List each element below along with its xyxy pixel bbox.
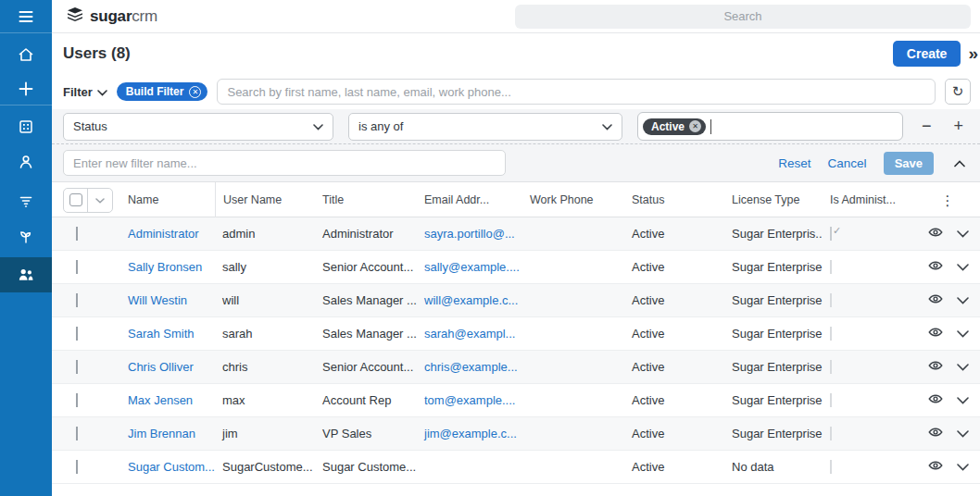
filter-field-select[interactable]: Status — [63, 113, 333, 141]
preview-button[interactable] — [927, 424, 944, 443]
email-link[interactable]: chris@example... — [417, 360, 522, 374]
sidebar-item-contacts[interactable] — [0, 144, 52, 180]
filter-name-input[interactable] — [63, 150, 506, 176]
row-checkbox[interactable] — [76, 460, 78, 474]
row-checkbox[interactable] — [76, 327, 78, 341]
preview-button[interactable] — [927, 357, 944, 377]
cancel-button[interactable]: Cancel — [828, 156, 867, 170]
column-header-license-type[interactable]: License Type — [724, 193, 823, 206]
title-cell: Senior Account... — [315, 260, 417, 274]
title-cell: Administrator — [315, 227, 417, 241]
email-link[interactable]: sarah@exampl... — [417, 327, 522, 341]
preview-button[interactable] — [927, 457, 944, 477]
add-condition-button[interactable]: + — [949, 117, 967, 136]
row-actions-button[interactable] — [957, 227, 969, 241]
eye-icon — [927, 357, 944, 377]
row-actions-button[interactable] — [957, 393, 969, 407]
row-actions-button[interactable] — [957, 360, 969, 374]
filter-value-input[interactable]: Active ✕ — [637, 112, 903, 141]
user-name-link[interactable]: Administrator — [120, 227, 215, 241]
sidebar-menu-toggle[interactable] — [0, 0, 52, 33]
row-checkbox[interactable] — [76, 293, 78, 307]
column-header-title[interactable]: Title — [315, 193, 417, 206]
preview-button[interactable] — [927, 257, 944, 277]
column-header-work-phone[interactable]: Work Phone — [522, 193, 624, 206]
license-cell: Sugar Enterprise — [724, 327, 823, 341]
is-admin-checkbox — [830, 327, 832, 341]
filter-operator-select[interactable]: is any of — [348, 113, 622, 141]
sidebar-item-create[interactable] — [0, 72, 52, 105]
table-row: Administrator admin Administrator sayra.… — [52, 217, 980, 251]
status-cell: Active — [624, 460, 724, 474]
user-name-link[interactable]: Will Westin — [120, 293, 215, 307]
row-checkbox[interactable] — [76, 360, 78, 374]
list-search-input[interactable] — [217, 79, 936, 105]
preview-button[interactable] — [927, 291, 944, 310]
remove-filter-icon[interactable]: ✕ — [189, 86, 201, 98]
user-name-link[interactable]: Sugar Custom... — [120, 460, 215, 474]
sidebar-item-home[interactable] — [0, 37, 52, 72]
row-checkbox[interactable] — [76, 427, 78, 440]
build-filter-chip[interactable]: Build Filter ✕ — [117, 82, 208, 101]
row-checkbox[interactable] — [76, 260, 78, 274]
main-content: sugarcrm Users (8) Create » Filter Build… — [52, 0, 980, 496]
refresh-button[interactable]: ↻ — [945, 79, 971, 105]
column-header-name[interactable]: Name — [120, 193, 215, 206]
license-cell: Sugar Enterprise — [724, 293, 823, 307]
email-link[interactable]: tom@example.... — [417, 393, 522, 407]
preview-button[interactable] — [927, 324, 944, 343]
status-cell: Active — [624, 427, 724, 440]
row-actions-button[interactable] — [957, 260, 969, 274]
license-cell: Sugar Enterprise — [724, 260, 823, 274]
filter-value-chip: Active ✕ — [643, 118, 706, 135]
column-settings-kebab-icon[interactable]: ⋮ — [941, 193, 955, 207]
sidebar-item-users[interactable] — [0, 257, 52, 292]
leads-icon — [17, 192, 35, 210]
sidebar-item-leads[interactable] — [0, 183, 52, 218]
email-link[interactable]: will@example.c... — [417, 293, 522, 307]
title-cell: VP Sales — [315, 427, 417, 440]
column-header-username[interactable]: User Name — [215, 182, 315, 217]
table-body: Administrator admin Administrator sayra.… — [52, 217, 980, 484]
menu-icon — [17, 7, 35, 26]
row-actions-button[interactable] — [957, 460, 969, 474]
row-actions-button[interactable] — [957, 327, 969, 341]
row-checkbox[interactable] — [76, 227, 78, 241]
title-cell: Senior Account... — [315, 360, 417, 374]
table-row: Sally Bronsen sally Senior Account... sa… — [52, 251, 980, 284]
sugarcrm-logo[interactable]: sugarcrm — [65, 6, 157, 28]
table-row: Chris Olliver chris Senior Account... ch… — [52, 351, 980, 384]
eye-icon — [927, 391, 944, 410]
more-actions-chevrons-icon[interactable]: » — [961, 43, 980, 64]
remove-value-icon[interactable]: ✕ — [689, 120, 701, 132]
chevron-down-icon — [313, 119, 323, 133]
column-header-is-admin[interactable]: Is Administ... — [823, 193, 915, 206]
row-checkbox[interactable] — [76, 393, 78, 407]
user-name-link[interactable]: Max Jensen — [120, 393, 215, 407]
home-icon — [17, 45, 35, 64]
create-button[interactable]: Create — [893, 41, 961, 67]
user-name-link[interactable]: Jim Brennan — [120, 427, 215, 440]
user-name-link[interactable]: Chris Olliver — [120, 360, 215, 374]
preview-button[interactable] — [927, 224, 944, 243]
column-header-status[interactable]: Status — [624, 193, 724, 206]
select-all-dropdown[interactable] — [88, 189, 112, 212]
sidebar-item-opportunities[interactable] — [0, 218, 52, 254]
column-header-email[interactable]: Email Addr... — [417, 193, 522, 206]
user-name-link[interactable]: Sarah Smith — [120, 327, 215, 341]
filter-dropdown[interactable]: Filter — [63, 85, 107, 99]
remove-condition-button[interactable]: − — [918, 117, 936, 136]
email-link[interactable]: jim@example.c... — [417, 427, 522, 440]
row-actions-button[interactable] — [957, 427, 969, 440]
select-all-checkbox[interactable] — [64, 189, 88, 212]
save-button[interactable]: Save — [884, 152, 934, 175]
email-link[interactable]: sally@example.... — [417, 260, 522, 274]
sidebar-item-accounts[interactable] — [0, 109, 52, 144]
email-link[interactable]: sayra.portillo@... — [417, 227, 522, 241]
row-actions-button[interactable] — [957, 293, 969, 307]
preview-button[interactable] — [927, 391, 944, 410]
global-search-input[interactable] — [515, 5, 971, 29]
user-name-link[interactable]: Sally Bronsen — [120, 260, 215, 274]
collapse-filter-button[interactable] — [950, 156, 969, 170]
reset-button[interactable]: Reset — [778, 156, 810, 170]
